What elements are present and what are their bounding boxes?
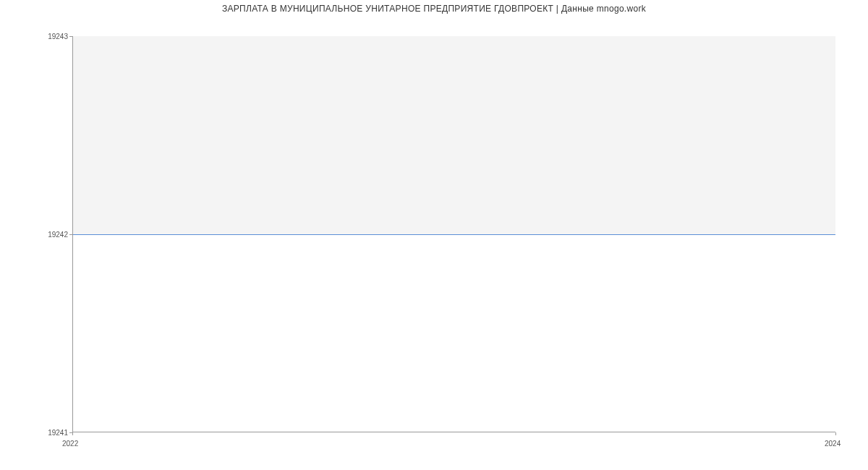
chart-title: ЗАРПЛАТА В МУНИЦИПАЛЬНОЕ УНИТАРНОЕ ПРЕДП… <box>0 0 868 14</box>
data-line <box>73 234 835 235</box>
y-tick-mark <box>69 36 72 37</box>
y-tick-mark <box>69 234 72 235</box>
y-axis-tick-label: 19241 <box>48 429 68 437</box>
plot-area <box>72 36 835 432</box>
chart-container: ЗАРПЛАТА В МУНИЦИПАЛЬНОЕ УНИТАРНОЕ ПРЕДП… <box>0 0 868 470</box>
x-axis-tick-label: 2022 <box>62 440 78 448</box>
plot-lower-region <box>73 234 835 432</box>
x-tick-mark <box>835 432 836 435</box>
y-axis-tick-label: 19242 <box>48 231 68 239</box>
x-axis-tick-label: 2024 <box>825 440 841 448</box>
x-tick-mark <box>72 432 73 435</box>
y-axis-tick-label: 19243 <box>48 33 68 40</box>
